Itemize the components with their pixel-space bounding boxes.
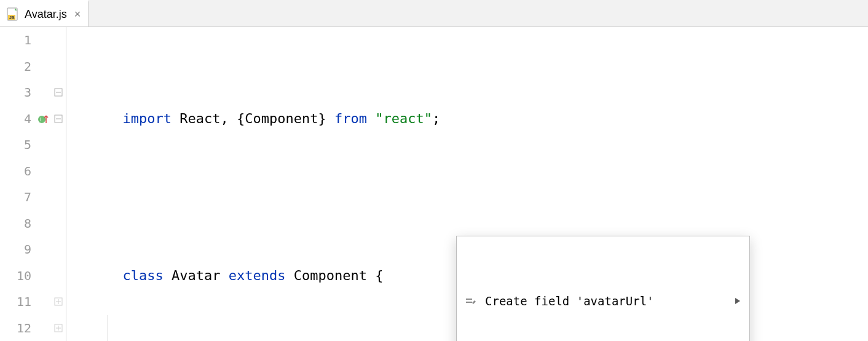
line-number: 9 bbox=[24, 242, 31, 257]
tab-filename: Avatar.js bbox=[25, 8, 67, 21]
line-number: 3 bbox=[24, 85, 31, 100]
line-number: 8 bbox=[24, 216, 31, 231]
code-line bbox=[66, 158, 868, 185]
fold-toggle-icon[interactable] bbox=[53, 114, 63, 124]
editor-area: 1 2 3 4 I 5 6 7 8 9 10 11 bbox=[0, 27, 868, 341]
svg-marker-18 bbox=[735, 298, 740, 304]
line-number: 12 bbox=[17, 321, 31, 335]
override-gutter-icon[interactable]: I bbox=[37, 113, 49, 124]
rename-equal-icon bbox=[464, 294, 478, 308]
close-tab-icon[interactable]: × bbox=[74, 8, 81, 21]
submenu-arrow-icon bbox=[735, 298, 741, 304]
code-line: import React, {Component} from "react"; bbox=[66, 79, 868, 106]
fold-end-icon[interactable] bbox=[53, 323, 63, 333]
line-number: 7 bbox=[24, 190, 31, 204]
js-file-icon: JS bbox=[6, 7, 20, 21]
line-number: 1 bbox=[24, 33, 31, 47]
line-number: 10 bbox=[17, 268, 31, 283]
fold-end-icon[interactable] bbox=[53, 297, 63, 307]
menu-item-label: Create field 'avatarUrl' bbox=[485, 288, 727, 315]
gutter: 1 2 3 4 I 5 6 7 8 9 10 11 bbox=[0, 27, 66, 341]
editor-tab-avatar[interactable]: JS Avatar.js × bbox=[0, 0, 89, 26]
menu-item-create-field[interactable]: Create field 'avatarUrl' bbox=[457, 289, 749, 313]
intention-actions-menu: Create field 'avatarUrl' Rename referenc… bbox=[456, 236, 750, 341]
code-editor[interactable]: import React, {Component} from "react"; … bbox=[66, 27, 868, 341]
line-number: 2 bbox=[24, 59, 31, 74]
line-number: 11 bbox=[17, 294, 31, 309]
line-number: 5 bbox=[24, 137, 31, 152]
tab-bar: JS Avatar.js × bbox=[0, 0, 868, 27]
svg-text:JS: JS bbox=[9, 15, 15, 20]
fold-toggle-icon[interactable] bbox=[53, 87, 63, 97]
line-number: 6 bbox=[24, 164, 31, 179]
line-number: 4 bbox=[24, 111, 31, 126]
svg-text:I: I bbox=[40, 116, 42, 122]
